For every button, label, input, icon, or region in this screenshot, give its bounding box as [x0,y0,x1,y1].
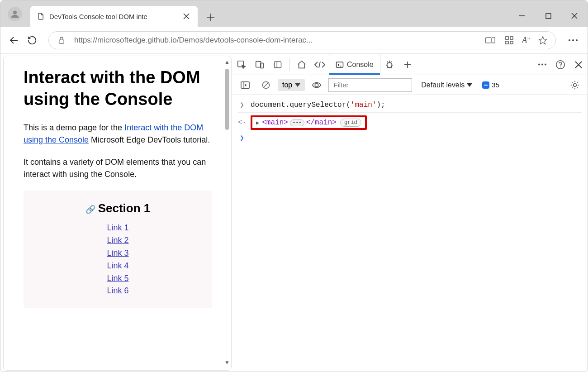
svg-rect-16 [510,41,513,44]
section-link[interactable]: Link 2 [107,234,128,247]
section-link[interactable]: Link 6 [107,285,128,297]
svg-rect-27 [337,62,343,67]
address-bar[interactable]: https://microsoftedge.github.io/Demos/de… [48,31,556,49]
svg-line-49 [264,83,268,87]
console-filter-input[interactable] [328,78,412,92]
device-toggle-icon[interactable] [251,54,269,75]
tab-title: DevTools Console tool DOM inte [49,13,177,20]
new-tab-button[interactable] [201,8,220,27]
console-result-line: <· ▶ <main> ••• </main> grid [238,114,582,132]
console-prompt[interactable]: ❯ [238,132,582,144]
input-arrow-icon: ❯ [238,100,246,110]
section-link[interactable]: Link 3 [107,247,128,260]
svg-rect-15 [506,41,508,44]
devtools-help-button[interactable] [551,60,569,70]
issues-counter[interactable]: 35 [482,81,499,89]
svg-point-53 [574,83,576,86]
svg-marker-17 [539,36,547,44]
browser-toolbar: https://microsoftedge.github.io/Demos/de… [0,27,588,54]
welcome-tab-icon[interactable] [293,54,311,75]
issues-tab-icon[interactable] [380,54,398,75]
scroll-up-icon[interactable]: ▲ [224,59,230,67]
page-heading: Interact with the DOM using the Console [24,67,212,110]
console-toolbar: top Default levels 35 [232,75,588,95]
apps-icon[interactable] [503,36,516,44]
prompt-arrow-icon: ❯ [238,134,246,143]
titlebar: DevTools Console tool DOM inte [0,0,588,27]
console-output[interactable]: ❯ document.querySelector('main'); <· ▶ <… [232,95,588,372]
url-text: https://microsoftedge.github.io/Demos/de… [74,36,478,45]
section-link[interactable]: Link 4 [107,260,128,272]
devtools-tabstrip: Console [232,54,588,75]
svg-rect-11 [486,38,491,43]
svg-rect-10 [59,40,64,43]
live-expression-icon[interactable] [308,81,326,89]
svg-rect-6 [546,14,551,19]
console-tab-label: Console [347,61,374,69]
toggle-sidebar-icon[interactable] [236,81,254,89]
page-scrollbar[interactable]: ▲ ▼ [223,59,231,367]
window-controls [509,5,588,27]
clear-console-icon[interactable] [257,81,275,90]
svg-line-26 [319,62,320,68]
console-code: document.querySelector('main'); [251,101,385,109]
result-element-highlight[interactable]: ▶ <main> ••• </main> grid [251,115,367,130]
elements-tab-icon[interactable] [311,54,329,75]
rendered-page: Interact with the DOM using the Console … [3,56,232,371]
browser-tab[interactable]: DevTools Console tool DOM inte [30,6,198,27]
dock-side-icon[interactable] [269,54,287,75]
window-maximize-button[interactable] [535,5,561,27]
svg-point-0 [13,11,17,14]
svg-rect-14 [510,37,513,39]
svg-rect-13 [506,37,508,39]
expand-triangle-icon[interactable]: ▶ [256,119,259,126]
section-link[interactable]: Link 1 [107,222,128,234]
svg-line-31 [387,61,388,63]
console-tab[interactable]: Console [329,54,380,75]
svg-rect-24 [275,62,281,67]
favorite-icon[interactable] [536,36,549,45]
devtools-panel: Console [232,54,588,372]
section-links: Link 1 Link 2 Link 3 Link 4 Link 5 Link … [107,222,128,297]
svg-point-20 [576,39,578,41]
intro-paragraph-1: This is a demo page for the Interact wit… [24,122,212,146]
svg-point-41 [545,64,546,66]
site-lock-icon[interactable] [55,36,68,44]
devtools-close-button[interactable] [569,61,588,68]
svg-point-51 [315,83,318,86]
console-settings-icon[interactable] [566,80,584,90]
add-tab-button[interactable] [398,54,417,75]
scroll-down-icon[interactable]: ▼ [224,359,230,367]
log-levels-dropdown[interactable]: Default levels [421,81,472,89]
tab-close-icon[interactable] [181,11,191,21]
window-minimize-button[interactable] [509,5,535,27]
back-button[interactable] [5,31,23,49]
output-arrow-icon: <· [238,119,246,127]
section-link[interactable]: Link 5 [107,272,128,285]
svg-line-32 [390,61,391,63]
devtools-more-button[interactable] [533,63,551,66]
chevron-down-icon [467,83,472,87]
scroll-thumb[interactable] [225,69,229,130]
svg-point-18 [569,39,570,41]
read-aloud-icon[interactable]: A›› [522,35,530,45]
svg-line-35 [387,67,388,68]
svg-point-43 [560,67,561,67]
svg-marker-52 [467,83,472,87]
ellipsis-pill[interactable]: ••• [290,119,304,126]
reader-mode-icon[interactable] [484,36,497,44]
browser-more-button[interactable] [563,39,583,42]
issue-badge-icon [482,81,489,89]
grid-badge[interactable]: grid [340,119,361,127]
svg-point-40 [541,64,543,66]
anchor-icon[interactable]: 🔗 [85,205,95,214]
context-dropdown[interactable]: top [278,79,305,91]
window-close-button[interactable] [561,5,588,27]
svg-rect-12 [492,38,495,43]
profile-button[interactable] [8,7,22,21]
inspect-element-icon[interactable] [232,54,251,75]
svg-line-36 [390,67,392,68]
console-input-line: ❯ document.querySelector('main'); [238,99,582,111]
svg-marker-50 [295,83,300,87]
refresh-button[interactable] [23,31,41,49]
